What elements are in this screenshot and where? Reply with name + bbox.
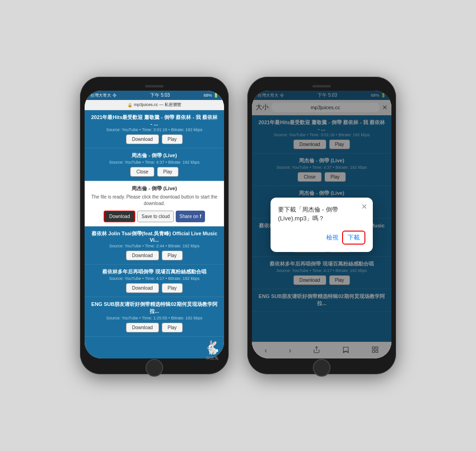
song-title-4-left: 蔡依林 Jolin Tsai倒帶(feat.吳青峰) Official Live… bbox=[90, 230, 218, 243]
phone-top-bar-left bbox=[85, 81, 224, 91]
page-content-left: 2021年最Hits最受歡迎 蕭敬騰 - 倒帶 蔡依林 - 我 蔡依林 - ..… bbox=[85, 110, 224, 358]
address-bar-left[interactable]: 🔒 mp3juices.cc — 私密瀏覽 bbox=[85, 100, 224, 110]
status-bar-left: 台灣大哥大 令 下午 5:03 68% 🔋 bbox=[85, 91, 224, 100]
phone-bottom-right bbox=[252, 358, 391, 370]
btn-row-5-left: Download Play bbox=[90, 283, 218, 293]
dialog-view-btn[interactable]: 檢視 bbox=[326, 231, 338, 245]
download-btn-4-left[interactable]: Download bbox=[126, 251, 159, 260]
dialog-buttons: 檢視 下載 bbox=[278, 231, 365, 245]
song-title-6-left: ENG SUB朋友请听好倒带精选特辑02期何炅现场教学阿拉... bbox=[90, 301, 218, 315]
dialog-box: ✕ 要下載「周杰倫 - 倒帶 (Live).mp3」嗎？ 檢視 下載 bbox=[271, 198, 373, 252]
download-btn-5-left[interactable]: Download bbox=[126, 283, 159, 293]
download-box-left: 周杰倫 - 倒帶 (Live) The file is ready. Pleas… bbox=[85, 181, 224, 226]
rabbit-logo: 🐇 科技兔 bbox=[204, 340, 220, 361]
phone-top-bar-right bbox=[252, 81, 391, 91]
play-btn-1-left[interactable]: Play bbox=[162, 134, 183, 144]
song-entry-6-left: ENG SUB朋友请听好倒带精选特辑02期何炅现场教学阿拉... Source:… bbox=[85, 297, 224, 337]
phone-bottom-left bbox=[85, 358, 224, 370]
phone-screen-left: 台灣大哥大 令 下午 5:03 68% 🔋 🔒 mp3juices.cc — 私… bbox=[85, 91, 224, 358]
btn-row-1-left: Download Play bbox=[90, 134, 218, 144]
phone-right: 台灣大哥大 令 下午 5:03 68% 🔋 大小 mp3juices.cc ✕ … bbox=[247, 77, 396, 374]
scene: 台灣大哥大 令 下午 5:03 68% 🔋 🔒 mp3juices.cc — 私… bbox=[0, 0, 476, 451]
rabbit-label: 科技兔 bbox=[204, 355, 220, 361]
song-title-5-left: 蔡依林多年后再唱倒帶 現場百萬粉絲感動合唱 bbox=[90, 268, 218, 275]
download-btn-1-left[interactable]: Download bbox=[126, 134, 159, 144]
battery-left: 68% 🔋 bbox=[204, 93, 218, 98]
song-meta-4-left: Source: YouTube • Time: 2:44 • Bitrate: … bbox=[90, 244, 218, 248]
song-entry-1-left: 2021年最Hits最受歡迎 蕭敬騰 - 倒帶 蔡依林 - 我 蔡依林 - ..… bbox=[85, 110, 224, 148]
song-title-2-left: 周杰倫 - 倒帶 (Live) bbox=[90, 152, 218, 159]
play-btn-2-left[interactable]: Play bbox=[157, 167, 178, 177]
download-box-title-left: 周杰倫 - 倒帶 (Live) bbox=[91, 185, 218, 192]
dialog-download-btn[interactable]: 下載 bbox=[342, 231, 365, 245]
play-btn-6-left[interactable]: Play bbox=[162, 323, 183, 332]
home-btn-left[interactable] bbox=[145, 359, 163, 377]
phone-speaker-left bbox=[145, 85, 164, 87]
btn-row-2-left: Close Play bbox=[90, 167, 218, 177]
dialog-overlay: ✕ 要下載「周杰倫 - 倒帶 (Live).mp3」嗎？ 檢視 下載 bbox=[252, 91, 391, 358]
save-cloud-btn-left[interactable]: Save to cloud bbox=[137, 211, 174, 222]
facebook-icon-left: f bbox=[200, 214, 201, 219]
btn-row-6-left: Download Play bbox=[90, 323, 218, 332]
rabbit-icon: 🐇 bbox=[204, 340, 220, 355]
phone-speaker-right bbox=[312, 85, 331, 87]
close-btn-2-left[interactable]: Close bbox=[130, 167, 154, 177]
song-entry-5-left: 蔡依林多年后再唱倒帶 現場百萬粉絲感動合唱 Source: YouTube • … bbox=[85, 265, 224, 297]
song-title-1-left: 2021年最Hits最受歡迎 蕭敬騰 - 倒帶 蔡依林 - 我 蔡依林 - ..… bbox=[90, 114, 218, 126]
address-text-left: mp3juices.cc — 私密瀏覽 bbox=[134, 102, 181, 108]
song-entry-2-left: 周杰倫 - 倒帶 (Live) Source: YouTube • Time: … bbox=[85, 148, 224, 181]
download-main-btn-left[interactable]: Download bbox=[104, 211, 135, 222]
dialog-text: 要下載「周杰倫 - 倒帶 (Live).mp3」嗎？ bbox=[278, 205, 356, 223]
home-btn-right[interactable] bbox=[313, 359, 331, 377]
play-btn-4-left[interactable]: Play bbox=[162, 251, 183, 260]
song-meta-1-left: Source: YouTube • Time: 3:01:18 • Bitrat… bbox=[90, 127, 218, 132]
lock-icon-left: 🔒 bbox=[127, 103, 132, 107]
download-btn-6-left[interactable]: Download bbox=[126, 323, 159, 332]
song-meta-5-left: Source: YouTube • Time: 4:17 • Bitrate: … bbox=[90, 276, 218, 281]
carrier-left: 台灣大哥大 令 bbox=[90, 93, 117, 99]
song-entry-4-left: 蔡依林 Jolin Tsai倒帶(feat.吳青峰) Official Live… bbox=[85, 226, 224, 265]
download-action-row-left: Download Save to cloud Share on f bbox=[91, 211, 218, 222]
song-meta-2-left: Source: YouTube • Time: 4:37 • Bitrate: … bbox=[90, 160, 218, 165]
phone-left: 台灣大哥大 令 下午 5:03 68% 🔋 🔒 mp3juices.cc — 私… bbox=[80, 77, 229, 374]
time-left: 下午 5:03 bbox=[150, 92, 170, 99]
dialog-close-btn[interactable]: ✕ bbox=[361, 202, 367, 211]
btn-row-4-left: Download Play bbox=[90, 251, 218, 260]
phone-screen-right: 台灣大哥大 令 下午 5:03 68% 🔋 大小 mp3juices.cc ✕ … bbox=[252, 91, 391, 358]
share-btn-left[interactable]: Share on f bbox=[176, 211, 205, 222]
play-btn-5-left[interactable]: Play bbox=[162, 283, 183, 293]
song-meta-6-left: Source: YouTube • Time: 1:25:55 • Bitrat… bbox=[90, 316, 218, 320]
download-box-msg-left: The file is ready. Please click the down… bbox=[91, 194, 218, 207]
